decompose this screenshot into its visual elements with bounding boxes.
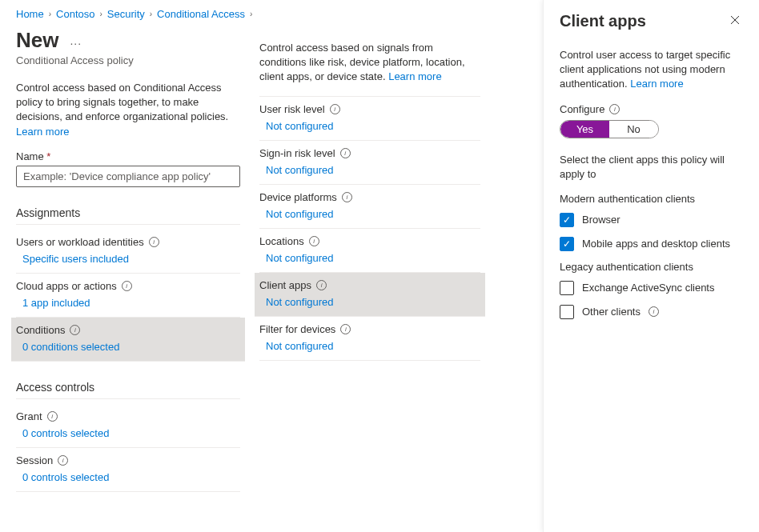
close-icon (730, 15, 740, 25)
checkbox-other-clients[interactable]: Other clients i (560, 305, 743, 319)
info-icon[interactable]: i (122, 281, 132, 291)
checkbox-empty-icon (560, 281, 574, 295)
condition-locations[interactable]: Locations i Not configured (259, 229, 480, 273)
condition-signin-risk[interactable]: Sign-in risk level i Not configured (259, 141, 480, 185)
assignment-cloud-apps-value[interactable]: 1 app included (16, 297, 240, 309)
conditions-learn-more-link[interactable]: Learn more (388, 70, 441, 82)
close-panel-button[interactable] (727, 11, 743, 30)
assignment-cloud-apps[interactable]: Cloud apps or actions i 1 app included (16, 274, 240, 318)
assignment-cloud-apps-label: Cloud apps or actions (16, 280, 117, 292)
control-grant-label: Grant (16, 410, 42, 422)
check-icon: ✓ (560, 237, 574, 251)
info-icon[interactable]: i (316, 280, 327, 290)
chevron-right-icon: › (99, 10, 102, 18)
control-grant-value[interactable]: 0 controls selected (16, 427, 240, 439)
info-icon[interactable]: i (58, 455, 68, 466)
toggle-yes[interactable]: Yes (560, 121, 609, 138)
breadcrumb-item-contoso[interactable]: Contoso (56, 8, 94, 20)
panel-learn-more-link[interactable]: Learn more (630, 78, 683, 90)
group-modern-auth: Modern authentication clients (560, 193, 743, 205)
policy-description: Control access based on Conditional Acce… (16, 81, 240, 139)
chevron-right-icon: › (49, 10, 51, 18)
assignment-conditions-value[interactable]: 0 conditions selected (16, 341, 240, 353)
toggle-no[interactable]: No (609, 121, 658, 138)
control-session[interactable]: Session i 0 controls selected (16, 448, 240, 492)
conditions-description: Control access based on signals from con… (259, 41, 480, 85)
info-icon[interactable]: i (340, 324, 351, 334)
group-legacy-auth: Legacy authentication clients (560, 261, 743, 273)
condition-filter-devices[interactable]: Filter for devices i Not configured (259, 317, 480, 361)
info-icon[interactable]: i (342, 192, 352, 202)
condition-user-risk[interactable]: User risk level i Not configured (259, 97, 480, 141)
assignment-conditions[interactable]: Conditions i 0 conditions selected (11, 318, 245, 362)
checkbox-exchange-activesync[interactable]: Exchange ActiveSync clients (560, 281, 743, 295)
info-icon[interactable]: i (47, 411, 58, 422)
more-actions-button[interactable]: ··· (70, 37, 82, 50)
page-subtitle: Conditional Access policy (16, 54, 240, 66)
conditions-column: Control access based on signals from con… (256, 23, 496, 508)
info-icon[interactable]: i (70, 325, 80, 335)
info-icon[interactable]: i (609, 104, 620, 114)
control-session-label: Session (16, 454, 53, 466)
assignments-heading: Assignments (16, 206, 240, 225)
learn-more-link[interactable]: Learn more (16, 126, 69, 138)
assignment-users-label: Users or workload identities (16, 236, 144, 248)
policy-name-input[interactable] (16, 166, 240, 187)
breadcrumb-item-security[interactable]: Security (107, 8, 145, 20)
assignment-users-value[interactable]: Specific users included (16, 253, 240, 265)
configure-toggle[interactable]: Yes No (560, 120, 659, 138)
condition-client-apps[interactable]: Client apps i Not configured (255, 273, 485, 317)
access-controls-heading: Access controls (16, 381, 240, 399)
info-icon[interactable]: i (340, 148, 351, 158)
checkbox-empty-icon (560, 305, 574, 319)
breadcrumb-item-home[interactable]: Home (16, 8, 44, 20)
assignment-conditions-label: Conditions (16, 324, 65, 336)
info-icon[interactable]: i (309, 236, 319, 246)
policy-form-column: New ··· Conditional Access policy Contro… (0, 23, 256, 508)
chevron-right-icon: › (250, 10, 252, 18)
panel-select-description: Select the client apps this policy will … (560, 153, 743, 182)
chevron-right-icon: › (150, 10, 152, 18)
checkbox-browser[interactable]: ✓ Browser (560, 213, 743, 227)
condition-device-platforms[interactable]: Device platforms i Not configured (259, 185, 480, 229)
control-session-value[interactable]: 0 controls selected (16, 471, 240, 483)
client-apps-panel: Client apps Control user access to targe… (543, 0, 759, 532)
name-field-label: Name * (16, 150, 240, 162)
info-icon[interactable]: i (149, 237, 159, 247)
control-grant[interactable]: Grant i 0 controls selected (16, 404, 240, 448)
info-icon[interactable]: i (649, 306, 659, 317)
check-icon: ✓ (560, 213, 574, 227)
info-icon[interactable]: i (330, 104, 340, 114)
assignment-users[interactable]: Users or workload identities i Specific … (16, 230, 240, 274)
checkbox-mobile-desktop[interactable]: ✓ Mobile apps and desktop clients (560, 237, 743, 251)
configure-label: Configure (560, 103, 604, 115)
breadcrumb-item-conditional-access[interactable]: Conditional Access (157, 8, 245, 20)
panel-title: Client apps (560, 12, 646, 30)
panel-description: Control user access to target specific c… (560, 48, 743, 92)
page-title: New (16, 28, 58, 53)
